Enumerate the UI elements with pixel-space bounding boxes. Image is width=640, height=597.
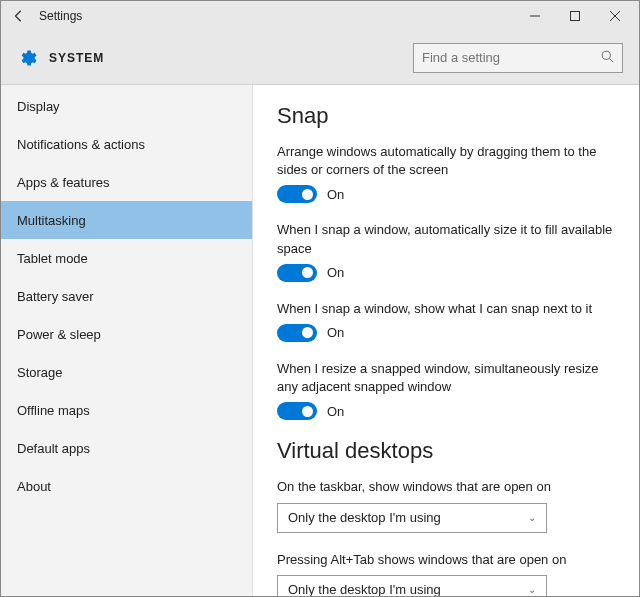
- toggle-switch[interactable]: [277, 185, 317, 203]
- sidebar-item-default-apps[interactable]: Default apps: [1, 429, 252, 467]
- vd-setting-taskbar: On the taskbar, show windows that are op…: [277, 478, 615, 532]
- toggle-switch[interactable]: [277, 264, 317, 282]
- sidebar-item-notifications[interactable]: Notifications & actions: [1, 125, 252, 163]
- content-pane: Snap Arrange windows automatically by dr…: [253, 85, 639, 596]
- dropdown-taskbar[interactable]: Only the desktop I'm using ⌄: [277, 503, 547, 533]
- toggle-state: On: [327, 265, 344, 280]
- dropdown-value: Only the desktop I'm using: [288, 582, 441, 596]
- window-title: Settings: [39, 9, 515, 23]
- snap-heading: Snap: [277, 103, 615, 129]
- svg-line-5: [610, 58, 614, 62]
- sidebar: Display Notifications & actions Apps & f…: [1, 85, 253, 596]
- toggle-switch[interactable]: [277, 324, 317, 342]
- snap-setting-resize: When I resize a snapped window, simultan…: [277, 360, 615, 420]
- chevron-down-icon: ⌄: [528, 584, 536, 595]
- toggle-state: On: [327, 404, 344, 419]
- snap-setting-autosize: When I snap a window, automatically size…: [277, 221, 615, 281]
- svg-point-4: [602, 51, 610, 59]
- sidebar-item-apps[interactable]: Apps & features: [1, 163, 252, 201]
- sidebar-item-power[interactable]: Power & sleep: [1, 315, 252, 353]
- sidebar-item-tablet[interactable]: Tablet mode: [1, 239, 252, 277]
- setting-label: On the taskbar, show windows that are op…: [277, 478, 615, 496]
- toggle-switch[interactable]: [277, 402, 317, 420]
- toggle-state: On: [327, 325, 344, 340]
- snap-setting-arrange: Arrange windows automatically by draggin…: [277, 143, 615, 203]
- sidebar-item-about[interactable]: About: [1, 467, 252, 505]
- sidebar-item-battery[interactable]: Battery saver: [1, 277, 252, 315]
- maximize-button[interactable]: [555, 1, 595, 31]
- setting-label: Arrange windows automatically by draggin…: [277, 143, 615, 179]
- search-icon: [601, 50, 614, 66]
- minimize-button[interactable]: [515, 1, 555, 31]
- sidebar-item-multitasking[interactable]: Multitasking: [1, 201, 252, 239]
- header: SYSTEM: [1, 31, 639, 85]
- arrow-left-icon: [12, 9, 26, 23]
- setting-label: When I resize a snapped window, simultan…: [277, 360, 615, 396]
- close-button[interactable]: [595, 1, 635, 31]
- vd-setting-alttab: Pressing Alt+Tab shows windows that are …: [277, 551, 615, 597]
- chevron-down-icon: ⌄: [528, 512, 536, 523]
- dropdown-value: Only the desktop I'm using: [288, 510, 441, 525]
- toggle-state: On: [327, 187, 344, 202]
- search-input[interactable]: [422, 50, 614, 65]
- back-button[interactable]: [5, 2, 33, 30]
- gear-icon: [17, 48, 37, 68]
- search-box[interactable]: [413, 43, 623, 73]
- setting-label: Pressing Alt+Tab shows windows that are …: [277, 551, 615, 569]
- virtual-desktops-heading: Virtual desktops: [277, 438, 615, 464]
- snap-setting-assist: When I snap a window, show what I can sn…: [277, 300, 615, 342]
- sidebar-item-storage[interactable]: Storage: [1, 353, 252, 391]
- sidebar-item-offline-maps[interactable]: Offline maps: [1, 391, 252, 429]
- setting-label: When I snap a window, show what I can sn…: [277, 300, 615, 318]
- setting-label: When I snap a window, automatically size…: [277, 221, 615, 257]
- dropdown-alttab[interactable]: Only the desktop I'm using ⌄: [277, 575, 547, 596]
- window-controls: [515, 1, 635, 31]
- titlebar: Settings: [1, 1, 639, 31]
- svg-rect-1: [571, 12, 580, 21]
- breadcrumb: SYSTEM: [49, 51, 413, 65]
- sidebar-item-display[interactable]: Display: [1, 87, 252, 125]
